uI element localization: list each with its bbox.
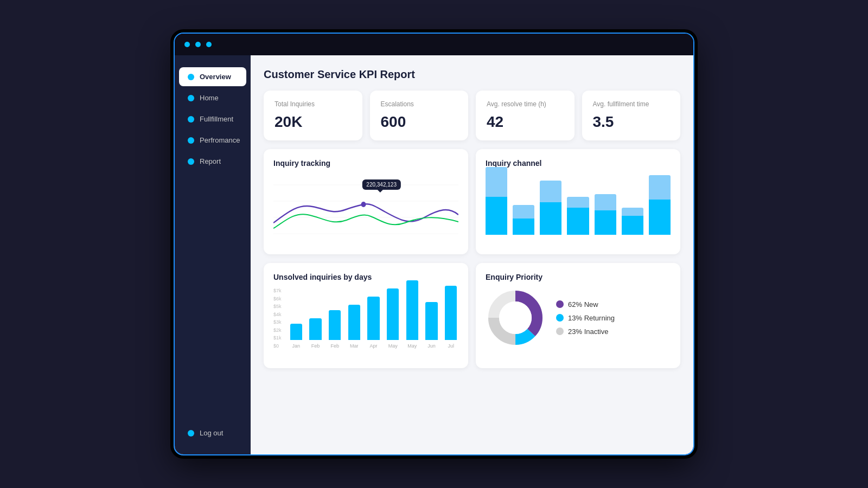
kpi-card-total-inquiries: Total Inquiries 20K [264,91,362,140]
unsolved-bar-fill-0 [290,324,302,340]
sidebar-item-overview[interactable]: Overview [179,67,246,86]
sidebar-label-report: Report [200,157,221,165]
sidebar-item-performance[interactable]: Perfromance [179,131,246,150]
main-content: Customer Service KPI Report Total Inquir… [251,55,693,454]
sidebar-item-home[interactable]: Home [179,88,246,107]
unsolved-bar-label-5: May [388,343,398,349]
bottom-row: Unsolved inquiries by days $7k$6k$5k$4k$… [264,263,680,368]
bar-top-6 [649,175,671,200]
svg-point-4 [361,202,366,207]
sidebar-dot-overview [188,74,194,80]
unsolved-bar-5: May [385,288,400,349]
legend-label-1: 13% Returning [568,314,615,322]
stacked-bar-group-4 [595,194,616,235]
enquiry-priority-content: 62% New13% Returning23% Inactive [486,288,671,348]
inquiry-tracking-chart: 220,342,123 [273,174,458,245]
legend-item-0: 62% New [556,300,615,309]
unsolved-bar-2: Feb [327,310,342,349]
legend-dot-2 [556,328,564,335]
charts-row: Inquiry tracking 220,342,123 [264,149,680,254]
unsolved-bar-fill-1 [309,318,321,340]
bar-bot-1 [513,219,534,235]
sidebar-item-report[interactable]: Report [179,152,246,171]
browser-body: Overview Home Fullfillment Perfromance R… [175,55,693,454]
bar-bot-4 [595,210,616,235]
unsolved-bar-label-8: Jul [448,343,454,349]
unsolved-bar-7: Jun [424,302,439,349]
sidebar-dot-logout [188,430,194,436]
bar-top-5 [622,208,643,216]
stacked-bar-group-6 [649,175,671,235]
unsolved-bar-label-1: Feb [311,343,320,349]
unsolved-bar-label-0: Jan [292,343,301,349]
unsolved-bar-label-6: May [407,343,417,349]
bar-top-0 [486,167,507,197]
stacked-bar-group-3 [567,197,589,235]
bar-top-3 [567,197,589,208]
stacked-bar-group-5 [622,208,643,235]
unsolved-bar-4: Apr [366,297,381,349]
dot-1 [184,42,190,47]
inquiry-tracking-card: Inquiry tracking 220,342,123 [264,149,468,254]
sidebar-item-logout[interactable]: Log out [179,423,246,442]
stacked-bar-col-1 [513,205,534,235]
kpi-value-fulfillment-time: 3.5 [593,113,670,131]
sidebar-dot-performance [188,137,194,144]
unsolved-bar-fill-4 [367,297,379,340]
inquiry-tracking-title: Inquiry tracking [273,159,458,168]
sidebar-label-logout: Log out [200,429,223,437]
sidebar-dot-home [188,95,194,101]
kpi-card-fulfillment-time: Avg. fullfilment time 3.5 [582,91,681,140]
unsolved-bar-8: Jul [443,286,458,349]
stacked-bar-col-3 [567,197,589,235]
inquiry-channel-card: Inquiry channel [476,149,680,254]
kpi-label-fulfillment-time: Avg. fullfilment time [593,100,670,108]
stacked-bar-group-0 [486,167,507,235]
unsolved-bar-1: Feb [308,318,323,349]
stacked-bar-col-4 [595,194,616,235]
stacked-bar-col-2 [540,181,561,235]
kpi-label-escalations: Escalations [381,100,458,108]
unsolved-bar-0: Jan [289,324,304,349]
unsolved-bar-fill-6 [406,280,418,340]
kpi-value-total-inquiries: 20K [275,113,352,131]
legend-label-2: 23% Inactive [568,328,608,336]
bar-bot-5 [622,216,643,235]
legend-label-0: 62% New [568,300,598,309]
unsolved-bar-fill-7 [425,302,437,340]
legend-dot-1 [556,314,564,322]
sidebar-label-overview: Overview [200,73,231,81]
unsolved-bar-fill-8 [445,286,457,340]
donut-svg [486,288,545,348]
kpi-label-total-inquiries: Total Inquiries [275,100,352,108]
unsolved-inquiries-card: Unsolved inquiries by days $7k$6k$5k$4k$… [264,263,468,368]
enquiry-priority-card: Enquiry Priority [476,263,680,368]
titlebar [175,34,693,55]
sidebar-label-fullfillment: Fullfillment [200,115,233,123]
enquiry-priority-title: Enquiry Priority [486,273,671,281]
bar-bot-2 [540,202,561,235]
unsolved-bar-label-3: Mar [350,343,359,349]
sidebar-label-performance: Perfromance [200,136,240,144]
unsolved-bar-6: May [405,280,420,349]
browser-window: Overview Home Fullfillment Perfromance R… [174,33,694,455]
bar-bot-0 [486,197,507,235]
dot-3 [206,42,212,47]
unsolved-bar-3: Mar [347,305,362,349]
dot-2 [195,42,201,47]
donut-legend: 62% New13% Returning23% Inactive [556,300,615,336]
kpi-value-escalations: 600 [381,113,458,131]
bar-top-1 [513,205,534,219]
unsolved-bar-label-4: Apr [370,343,378,349]
stacked-bar-col-6 [649,175,671,235]
bar-bot-6 [649,200,671,235]
kpi-card-resolve-time: Avg. resolve time (h) 42 [476,91,575,140]
inquiry-tracking-tooltip: 220,342,123 [362,179,401,190]
sidebar-item-fullfillment[interactable]: Fullfillment [179,110,246,129]
kpi-value-resolve-time: 42 [487,113,564,131]
bar-top-2 [540,181,561,202]
sidebar-dot-report [188,158,194,165]
unsolved-bar-label-2: Feb [330,343,339,349]
legend-dot-0 [556,300,564,308]
kpi-card-escalations: Escalations 600 [370,91,469,140]
